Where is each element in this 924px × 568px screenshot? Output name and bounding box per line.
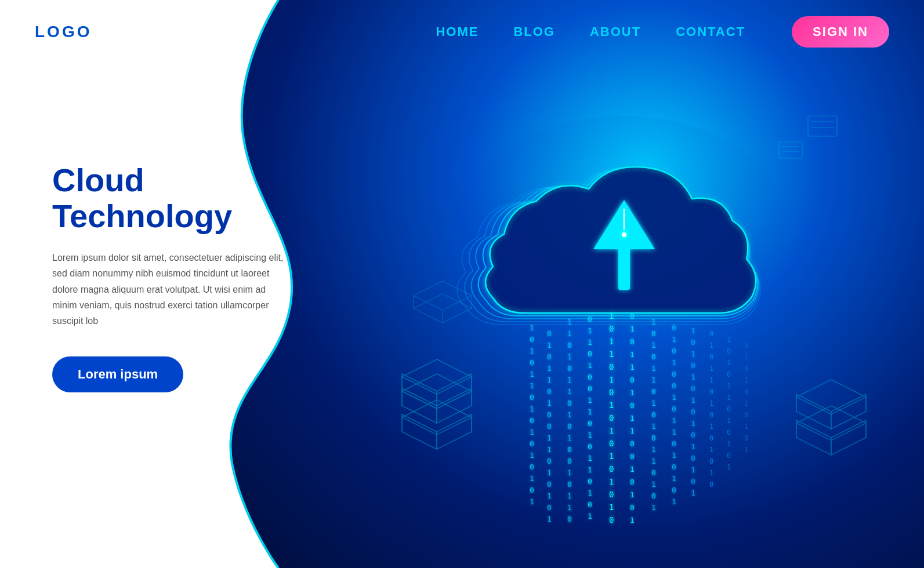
svg-text:0: 0 xyxy=(630,401,635,410)
nav-blog[interactable]: BLOG xyxy=(513,24,555,39)
svg-text:1: 1 xyxy=(709,469,713,477)
svg-text:1: 1 xyxy=(588,465,592,474)
svg-text:1: 1 xyxy=(547,445,552,454)
svg-text:1: 1 xyxy=(588,326,592,335)
svg-text:0: 0 xyxy=(630,503,635,512)
svg-text:1: 1 xyxy=(727,440,731,448)
svg-text:0: 0 xyxy=(530,486,534,494)
svg-text:0: 0 xyxy=(651,434,656,442)
svg-text:1: 1 xyxy=(609,400,614,410)
svg-text:1: 1 xyxy=(744,376,748,384)
svg-text:1: 1 xyxy=(744,423,748,431)
svg-text:0: 0 xyxy=(609,439,614,448)
svg-text:1: 1 xyxy=(588,431,592,439)
svg-text:0: 0 xyxy=(691,338,695,347)
svg-text:1: 1 xyxy=(691,489,695,497)
svg-text:0: 0 xyxy=(651,387,656,396)
nav-contact[interactable]: CONTACT xyxy=(676,24,745,39)
svg-text:1: 1 xyxy=(691,442,695,451)
svg-text:0: 0 xyxy=(547,422,552,431)
svg-text:1: 1 xyxy=(530,347,534,355)
svg-text:1: 1 xyxy=(609,375,614,384)
svg-text:1: 1 xyxy=(651,422,656,431)
svg-text:0: 0 xyxy=(651,352,656,361)
svg-text:0: 0 xyxy=(567,422,572,431)
svg-text:0: 0 xyxy=(547,329,552,338)
svg-text:0: 0 xyxy=(727,347,731,355)
svg-text:0: 0 xyxy=(651,329,656,338)
svg-text:1: 1 xyxy=(727,382,731,390)
nav-links: HOME BLOG ABOUT CONTACT SIGN IN xyxy=(436,16,889,48)
svg-text:1: 1 xyxy=(530,474,534,483)
svg-text:1: 1 xyxy=(651,457,656,465)
svg-text:0: 0 xyxy=(547,457,552,465)
svg-text:0: 0 xyxy=(588,349,592,358)
svg-text:0: 0 xyxy=(588,477,592,486)
svg-text:1: 1 xyxy=(630,465,635,474)
svg-rect-220 xyxy=(808,116,837,136)
nav-about[interactable]: ABOUT xyxy=(590,24,641,39)
svg-marker-204 xyxy=(402,359,472,394)
svg-text:0: 0 xyxy=(651,410,656,419)
svg-text:0: 0 xyxy=(691,384,695,393)
svg-text:0: 0 xyxy=(727,370,731,378)
svg-text:0: 0 xyxy=(672,370,676,378)
nav-home[interactable]: HOME xyxy=(436,24,479,39)
svg-text:0: 0 xyxy=(567,515,572,523)
svg-text:0: 0 xyxy=(630,337,635,346)
svg-text:0: 0 xyxy=(744,411,748,419)
svg-text:1: 1 xyxy=(547,491,552,500)
svg-text:0: 0 xyxy=(630,439,635,448)
svg-text:1: 1 xyxy=(709,446,713,454)
svg-text:1: 1 xyxy=(609,452,614,461)
svg-text:1: 1 xyxy=(588,512,592,520)
svg-text:1: 1 xyxy=(691,465,695,474)
svg-text:1: 1 xyxy=(567,491,572,500)
svg-text:1: 1 xyxy=(630,414,635,423)
svg-text:1: 1 xyxy=(630,388,635,397)
svg-text:0: 0 xyxy=(709,434,713,442)
svg-text:1: 1 xyxy=(691,326,695,335)
svg-text:0: 0 xyxy=(691,477,695,486)
svg-text:1: 1 xyxy=(672,335,676,344)
svg-text:1: 1 xyxy=(691,396,695,405)
svg-text:0: 0 xyxy=(709,353,713,361)
hero-content: Cloud Technology Lorem ipsum dolor sit a… xyxy=(52,162,284,392)
cta-button[interactable]: Lorem ipsum xyxy=(52,356,183,392)
svg-text:1: 1 xyxy=(630,490,635,499)
svg-text:1: 1 xyxy=(588,489,592,497)
svg-text:0: 0 xyxy=(588,500,592,509)
svg-text:0: 0 xyxy=(588,315,592,323)
svg-text:1: 1 xyxy=(547,364,552,373)
svg-text:0: 0 xyxy=(691,407,695,416)
svg-text:0: 0 xyxy=(744,388,748,396)
svg-text:0: 0 xyxy=(530,358,534,367)
svg-text:0: 0 xyxy=(609,490,614,499)
svg-rect-1 xyxy=(618,243,630,290)
svg-text:1: 1 xyxy=(651,445,656,454)
svg-text:1: 1 xyxy=(672,474,676,483)
svg-text:1: 1 xyxy=(709,376,713,384)
svg-text:1: 1 xyxy=(567,468,572,477)
svg-text:1: 1 xyxy=(651,364,656,373)
svg-text:1: 1 xyxy=(609,503,614,512)
svg-text:0: 0 xyxy=(530,335,534,344)
logo[interactable]: LOGO xyxy=(35,23,92,41)
svg-text:1: 1 xyxy=(530,497,534,506)
svg-text:1: 1 xyxy=(547,515,552,523)
svg-marker-215 xyxy=(796,380,866,414)
hero-body: Lorem ipsum dolor sit amet, consectetuer… xyxy=(52,250,284,329)
svg-text:0: 0 xyxy=(691,454,695,463)
signin-button[interactable]: SIGN IN xyxy=(792,16,889,48)
svg-text:0: 0 xyxy=(630,312,635,321)
svg-text:1: 1 xyxy=(691,419,695,428)
svg-text:1: 1 xyxy=(530,405,534,413)
svg-text:1: 1 xyxy=(567,410,572,419)
svg-text:0: 0 xyxy=(672,486,676,494)
svg-text:1: 1 xyxy=(727,417,731,425)
svg-text:0: 0 xyxy=(609,324,614,333)
svg-text:1: 1 xyxy=(672,451,676,460)
svg-text:1: 1 xyxy=(609,477,614,486)
svg-text:0: 0 xyxy=(609,515,614,525)
svg-text:0: 0 xyxy=(609,362,614,372)
